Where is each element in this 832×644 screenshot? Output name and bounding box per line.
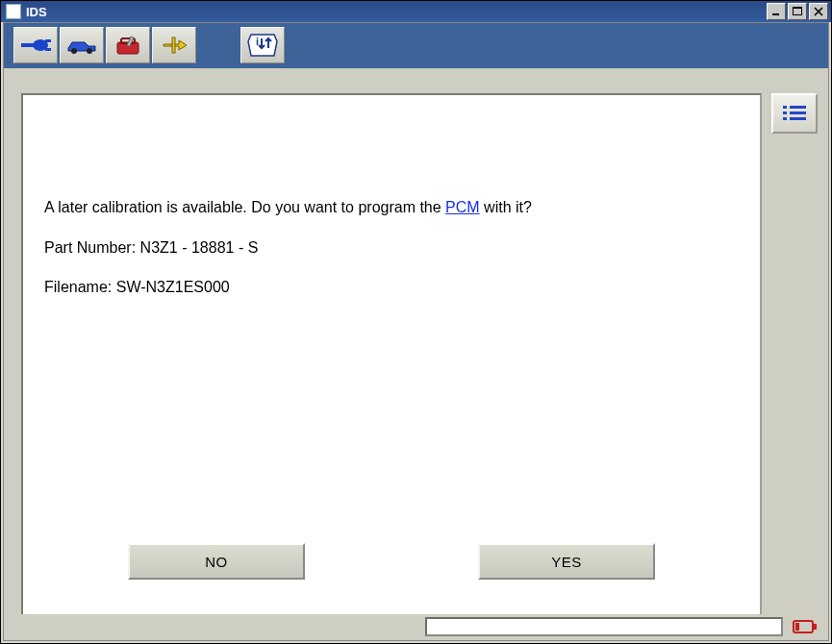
toolbox-icon (112, 34, 144, 57)
pin-icon (158, 34, 190, 57)
part-number-row: Part Number: N3Z1 - 18881 - S (44, 235, 739, 260)
svg-rect-19 (790, 117, 806, 120)
close-button[interactable] (809, 3, 828, 20)
message-text-pre: A later calibration is available. Do you… (44, 199, 445, 215)
battery-low-icon (793, 619, 818, 634)
part-number-value: N3Z1 - 18881 - S (140, 239, 259, 256)
toolbar-connector-button[interactable] (13, 27, 58, 63)
app-window: IDS (0, 0, 832, 644)
toolbar-group-active: i (240, 27, 290, 64)
toolbar-group-main (13, 27, 204, 64)
titlebar: IDS (1, 1, 831, 22)
svg-rect-17 (790, 111, 806, 114)
minimize-button[interactable] (767, 3, 786, 20)
svg-rect-2 (793, 7, 802, 9)
toolbar: i (4, 23, 828, 69)
svg-point-8 (87, 48, 92, 54)
filename-label: Filename: (44, 279, 116, 295)
connector-icon (19, 34, 52, 57)
svg-rect-14 (783, 106, 787, 109)
message-line-1: A later calibration is available. Do you… (44, 195, 739, 220)
vehicle-icon (65, 34, 98, 57)
side-list-button[interactable] (771, 93, 818, 134)
toolbar-toolbox-button[interactable] (106, 27, 150, 63)
minimize-icon (771, 7, 781, 16)
window-controls (765, 3, 828, 20)
message-text-post: with it? (480, 199, 532, 215)
app-icon (6, 4, 21, 19)
dialog-buttons: NO YES (23, 543, 760, 580)
svg-rect-0 (772, 13, 779, 15)
svg-rect-16 (783, 111, 787, 114)
no-button[interactable]: NO (128, 543, 305, 580)
svg-rect-18 (783, 117, 787, 120)
yes-button[interactable]: YES (478, 543, 655, 580)
svg-text:i: i (256, 36, 259, 47)
toolbar-vehicle-button[interactable] (60, 27, 104, 63)
client-area: i A later calibration is available. Do y… (3, 22, 829, 641)
maximize-icon (793, 7, 802, 16)
status-bar (4, 614, 828, 640)
svg-rect-22 (795, 623, 799, 631)
main-surface: A later calibration is available. Do you… (4, 68, 828, 614)
svg-rect-21 (813, 624, 817, 630)
message-panel: A later calibration is available. Do you… (21, 93, 762, 618)
maximize-button[interactable] (788, 3, 807, 20)
svg-rect-6 (45, 48, 51, 51)
svg-rect-15 (790, 106, 806, 109)
window-title: IDS (26, 5, 831, 19)
battery-indicator (792, 617, 819, 636)
status-text-box (425, 617, 783, 636)
svg-rect-12 (172, 37, 175, 53)
part-number-label: Part Number: (44, 239, 140, 256)
filename-value: SW-N3Z1ES000 (116, 279, 230, 295)
message-body: A later calibration is available. Do you… (44, 195, 739, 315)
toolbar-swap-button[interactable]: i (240, 27, 285, 63)
swap-icon: i (246, 32, 279, 59)
list-icon (781, 103, 808, 124)
pcm-link[interactable]: PCM (445, 199, 480, 215)
svg-point-7 (71, 48, 77, 54)
svg-rect-4 (21, 43, 35, 47)
filename-row: Filename: SW-N3Z1ES000 (44, 275, 739, 300)
close-icon (814, 7, 823, 16)
svg-rect-5 (45, 39, 51, 42)
toolbar-pin-button[interactable] (152, 27, 196, 63)
